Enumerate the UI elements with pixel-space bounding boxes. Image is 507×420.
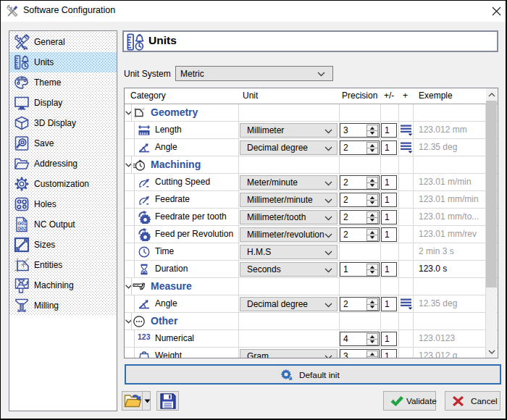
svg-text:G01: G01	[17, 221, 27, 226]
svg-text:G02: G02	[17, 226, 27, 231]
svg-text:123: 123	[138, 332, 151, 341]
